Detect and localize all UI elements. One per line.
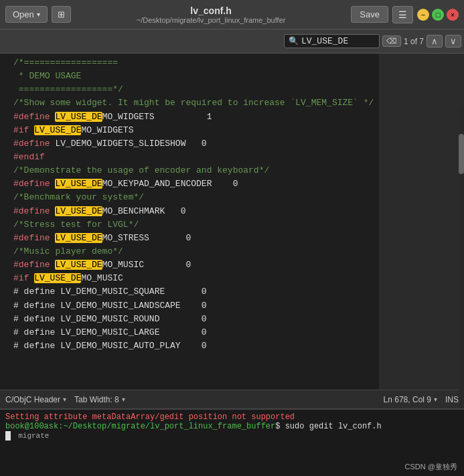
comment-text: /*Show some widget. It might be required…: [13, 98, 374, 108]
search-highlight: LV_USE_DE: [55, 260, 102, 270]
editor-line: /*==================: [13, 56, 374, 70]
tab-width-arrow-icon: ▾: [122, 396, 125, 403]
search-highlight: LV_USE_DE: [34, 125, 81, 135]
code-text: # define LV_DEMO_MUSIC_LANDSCAPE 0: [13, 301, 207, 311]
terminal-cursor-line: migrate: [5, 431, 459, 441]
editor-line: /*Benchmark your system*/: [13, 191, 374, 204]
code-text: #define: [13, 179, 55, 189]
editor-line: #if LV_USE_DEMO_MUSIC: [13, 272, 374, 285]
code-text: #if: [13, 273, 34, 283]
comment-text: /*Demonstrate the usage of encoder and k…: [13, 165, 269, 175]
code-text-after: MO_STRESS 0: [102, 233, 191, 243]
terminal-cursor-label: migrate: [18, 432, 49, 440]
code-text: # define LV_DEMO_MUSIC_SQUARE 0: [13, 287, 207, 297]
editor-line: # define LV_DEMO_MUSIC_SQUARE 0: [13, 285, 374, 299]
code-text: #define: [13, 260, 55, 270]
search-highlight: LV_USE_DE: [55, 206, 102, 216]
editor-line: #define LV_USE_DEMO_STRESS 0: [13, 232, 374, 245]
open-button[interactable]: Open ▾: [5, 6, 48, 23]
comment-text: /*Stress test for LVGL*/: [13, 220, 139, 230]
titlebar-left: Open ▾ ⊞: [5, 6, 71, 23]
code-text-after: MO_MUSIC: [81, 273, 123, 283]
file-name: lv_conf.h: [71, 5, 352, 16]
tab-icon-button[interactable]: ⊞: [52, 6, 71, 23]
window-controls: − □ ×: [417, 9, 459, 21]
language-label: C/ObjC Header: [5, 395, 60, 404]
terminal: Setting attribute metaDataArray/gedit po…: [0, 408, 464, 476]
code-text: #if: [13, 125, 34, 135]
comment-text: /*==================: [13, 58, 118, 68]
comment-text: /*Music player demo*/: [13, 246, 123, 256]
comment-text: ==================*/: [13, 84, 123, 94]
editor-line: # define LV_DEMO_MUSIC_LANDSCAPE 0: [13, 299, 374, 313]
terminal-prompt-line: book@100ask:~/Desktop/migrate/lv_port_li…: [5, 422, 459, 431]
search-clear-button[interactable]: ⌫: [382, 35, 401, 47]
code-text-after: MO_KEYPAD_AND_ENCODER 0: [102, 179, 238, 189]
position-status[interactable]: Ln 678, Col 9 ▾: [384, 395, 437, 404]
statusbar-right: Ln 678, Col 9 ▾ INS: [384, 395, 459, 404]
watermark: CSDN @童独秀: [405, 462, 457, 472]
code-text-after: MO_BENCHMARK 0: [102, 206, 186, 216]
editor-line: ==================*/: [13, 83, 374, 96]
tab-width-label: Tab Width: 8: [74, 395, 119, 404]
editor-line: #define LV_USE_DEMO_BENCHMARK 0: [13, 205, 374, 218]
search-box: 🔍: [284, 34, 380, 48]
maximize-button[interactable]: □: [432, 9, 444, 21]
scrollbar-thumb[interactable]: [459, 134, 464, 174]
terminal-cursor: [5, 431, 11, 441]
code-text: # define LV_DEMO_MUSIC_LARGE 0: [13, 327, 207, 337]
search-highlight: LV_USE_DE: [55, 112, 102, 122]
editor-line: /*Stress test for LVGL*/: [13, 218, 374, 232]
code-text: #define: [13, 206, 55, 216]
titlebar-center: lv_conf.h ~/Desktop/migrate/lv_port_linu…: [71, 5, 352, 24]
status-bar: C/ObjC Header ▾ Tab Width: 8 ▾ Ln 678, C…: [0, 390, 464, 408]
comment-text: * DEMO USAGE: [13, 71, 81, 81]
code-text: #define: [13, 233, 55, 243]
editor-line: #endif: [13, 151, 374, 164]
position-label: Ln 678, Col 9: [384, 395, 431, 404]
editor-line: #define LV_USE_DEMO_MUSIC 0: [13, 258, 374, 272]
code-text-after: MO_WIDGETS 1: [102, 112, 212, 122]
search-highlight: LV_USE_DE: [34, 273, 81, 283]
editor-line: /*Demonstrate the usage of encoder and k…: [13, 164, 374, 177]
tab-width-status[interactable]: Tab Width: 8 ▾: [74, 395, 125, 404]
code-text: # define LV_DEMO_MUSIC_ROUND 0: [13, 314, 207, 324]
editor-line: # define LV_DEMO_MUSIC_LARGE 0: [13, 326, 374, 339]
search-count: 1 of 7: [404, 37, 424, 46]
search-prev-button[interactable]: ∧: [427, 35, 443, 48]
code-text: # define LV_DEMO_MUSIC_AUTO_PLAY 0: [13, 341, 207, 351]
save-button[interactable]: Save: [351, 6, 388, 23]
terminal-prompt: book@100ask:~/Desktop/migrate/lv_port_li…: [5, 422, 275, 431]
open-arrow-icon: ▾: [37, 11, 40, 18]
editor-line: #define LV_DEMO_WIDGETS_SLIDESHOW 0: [13, 137, 374, 151]
code-editor[interactable]: /*================== * DEMO USAGE ======…: [0, 54, 379, 390]
comment-text: /*Benchmark your system*/: [13, 192, 144, 202]
terminal-error-line: Setting attribute metaDataArray/gedit po…: [5, 412, 459, 422]
editor-line: # define LV_DEMO_MUSIC_AUTO_PLAY 0: [13, 339, 374, 353]
position-arrow-icon: ▾: [434, 396, 437, 403]
editor-line: * DEMO USAGE: [13, 70, 374, 83]
close-button[interactable]: ×: [447, 9, 459, 21]
ins-badge: INS: [445, 395, 459, 404]
language-status[interactable]: C/ObjC Header ▾: [5, 395, 66, 404]
search-highlight: LV_USE_DE: [55, 233, 102, 243]
terminal-command: $ sudo gedit lv_conf.h: [275, 422, 381, 431]
menu-button[interactable]: ☰: [392, 6, 413, 23]
minimize-button[interactable]: −: [417, 9, 429, 21]
search-input[interactable]: [301, 36, 375, 46]
code-text: #define: [13, 112, 55, 122]
search-next-button[interactable]: ∨: [445, 35, 461, 48]
search-bar: 🔍 ⌫ 1 of 7 ∧ ∨: [0, 29, 464, 54]
search-highlight: LV_USE_DE: [55, 179, 102, 189]
editor-line: /*Music player demo*/: [13, 245, 374, 258]
language-arrow-icon: ▾: [63, 396, 66, 403]
title-bar: Open ▾ ⊞ lv_conf.h ~/Desktop/migrate/lv_…: [0, 0, 464, 29]
file-path: ~/Desktop/migrate/lv_port_linux_frame_bu…: [71, 16, 352, 24]
open-label: Open: [13, 9, 34, 19]
titlebar-right: Save ☰ − □ ×: [351, 6, 459, 23]
editor-line: #define LV_USE_DEMO_WIDGETS 1: [13, 110, 374, 124]
editor-line: #if LV_USE_DEMO_WIDGETS: [13, 124, 374, 137]
scrollbar[interactable]: [459, 107, 464, 443]
code-text-after: MO_WIDGETS: [81, 125, 133, 135]
editor-line: # define LV_DEMO_MUSIC_ROUND 0: [13, 313, 374, 326]
